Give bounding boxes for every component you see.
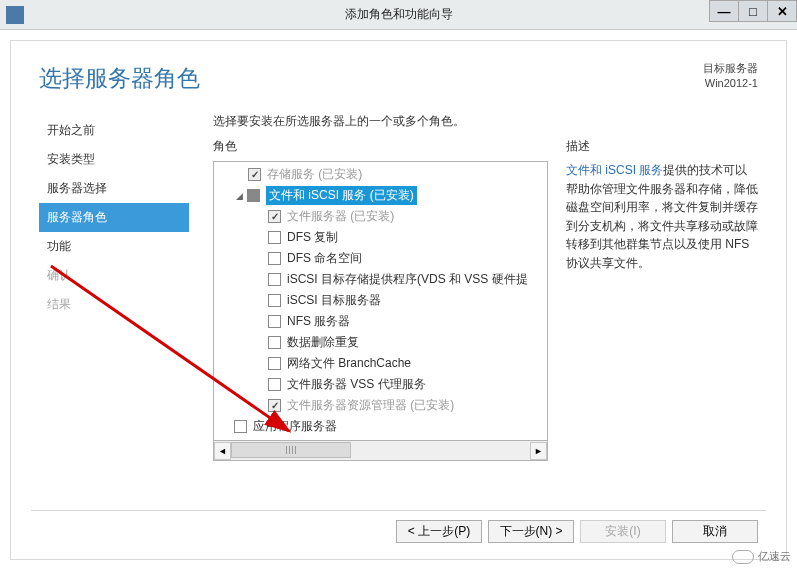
scroll-left-icon[interactable]: ◄ [214, 442, 231, 460]
scroll-right-icon[interactable]: ► [530, 442, 547, 460]
checkbox-icon[interactable] [268, 273, 281, 286]
horizontal-scrollbar[interactable]: ◄ ► [214, 440, 547, 460]
collapse-icon[interactable]: ◢ [234, 190, 245, 201]
scroll-thumb[interactable] [231, 442, 351, 458]
wizard-content: 选择服务器角色 目标服务器 Win2012-1 开始之前 安装类型 服务器选择 … [10, 40, 787, 560]
checkbox-icon[interactable] [268, 231, 281, 244]
role-branchcache[interactable]: 网络文件 BranchCache [214, 353, 547, 374]
checkbox-icon[interactable] [234, 420, 247, 433]
nav-results: 结果 [39, 290, 189, 319]
description-label: 描述 [566, 138, 758, 155]
app-icon [6, 6, 24, 24]
install-button: 安装(I) [580, 520, 666, 543]
role-dfs-namespace[interactable]: DFS 命名空间 [214, 248, 547, 269]
checkbox-icon[interactable] [268, 378, 281, 391]
role-iscsi-provider[interactable]: iSCSI 目标存储提供程序(VDS 和 VSS 硬件提 [214, 269, 547, 290]
title-bar: 添加角色和功能向导 — □ ✕ [0, 0, 797, 30]
nav-installation-type[interactable]: 安装类型 [39, 145, 189, 174]
role-file-iscsi[interactable]: ◢ 文件和 iSCSI 服务 (已安装) [214, 185, 547, 206]
role-deduplication[interactable]: 数据删除重复 [214, 332, 547, 353]
separator [31, 510, 766, 511]
role-iscsi-target[interactable]: iSCSI 目标服务器 [214, 290, 547, 311]
nav-server-roles[interactable]: 服务器角色 [39, 203, 189, 232]
role-vss-agent[interactable]: 文件服务器 VSS 代理服务 [214, 374, 547, 395]
role-nfs-server[interactable]: NFS 服务器 [214, 311, 547, 332]
target-server-name: Win2012-1 [703, 76, 758, 91]
checkbox-icon[interactable] [268, 294, 281, 307]
maximize-button[interactable]: □ [738, 0, 768, 22]
cancel-button[interactable]: 取消 [672, 520, 758, 543]
checkbox-icon[interactable] [268, 315, 281, 328]
checkbox-icon[interactable] [268, 336, 281, 349]
next-button[interactable]: 下一步(N) > [488, 520, 574, 543]
wizard-nav: 开始之前 安装类型 服务器选择 服务器角色 功能 确认 结果 [39, 116, 189, 504]
role-dfs-replication[interactable]: DFS 复制 [214, 227, 547, 248]
role-storage-services[interactable]: 存储服务 (已安装) [214, 164, 547, 185]
role-application-server[interactable]: 应用程序服务器 [214, 416, 547, 437]
checkbox-icon[interactable] [248, 168, 261, 181]
cloud-icon [732, 550, 754, 564]
previous-button[interactable]: < 上一步(P) [396, 520, 482, 543]
page-title: 选择服务器角色 [39, 63, 758, 94]
role-fsrm[interactable]: 文件服务器资源管理器 (已安装) [214, 395, 547, 416]
roles-label: 角色 [213, 138, 548, 155]
target-server-label: 目标服务器 [703, 61, 758, 76]
roles-tree-scroll[interactable]: 存储服务 (已安装) ◢ 文件和 iSCSI 服务 (已安装) 文件服务器 (已… [214, 162, 547, 440]
roles-tree: 存储服务 (已安装) ◢ 文件和 iSCSI 服务 (已安装) 文件服务器 (已… [213, 161, 548, 461]
nav-confirmation: 确认 [39, 261, 189, 290]
minimize-button[interactable]: — [709, 0, 739, 22]
close-button[interactable]: ✕ [767, 0, 797, 22]
nav-features[interactable]: 功能 [39, 232, 189, 261]
watermark: 亿速云 [732, 549, 791, 564]
description-text: 文件和 iSCSI 服务提供的技术可以帮助你管理文件服务器和存储，降低磁盘空间利… [566, 161, 758, 273]
checkbox-icon[interactable] [268, 252, 281, 265]
role-file-server[interactable]: 文件服务器 (已安装) [214, 206, 547, 227]
description-link: 文件和 iSCSI 服务 [566, 163, 663, 177]
checkbox-icon[interactable] [268, 210, 281, 223]
nav-server-selection[interactable]: 服务器选择 [39, 174, 189, 203]
instruction-text: 选择要安装在所选服务器上的一个或多个角色。 [213, 113, 465, 130]
checkbox-mixed-icon[interactable] [247, 189, 260, 202]
window-title: 添加角色和功能向导 [345, 6, 453, 23]
checkbox-icon[interactable] [268, 399, 281, 412]
target-server-info: 目标服务器 Win2012-1 [703, 61, 758, 92]
checkbox-icon[interactable] [268, 357, 281, 370]
nav-before-you-begin[interactable]: 开始之前 [39, 116, 189, 145]
